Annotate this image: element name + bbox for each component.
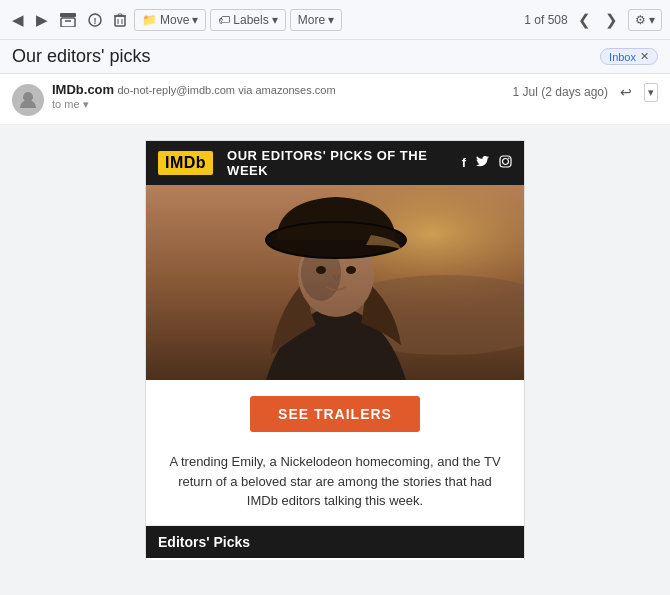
spam-button[interactable]: ! <box>84 9 106 31</box>
sender-section: IMDb.com do-not-reply@imdb.com via amazo… <box>12 82 336 116</box>
svg-rect-24 <box>146 185 524 380</box>
instagram-icon[interactable] <box>499 155 512 171</box>
to-me-arrow[interactable]: ▾ <box>83 98 89 110</box>
email-body: IMDb OUR EDITORS' PICKS OF THE WEEK f <box>0 125 670 560</box>
tag-close-button[interactable]: ✕ <box>640 50 649 63</box>
labels-arrow: ▾ <box>272 13 278 27</box>
more-label: More <box>298 13 325 27</box>
older-button[interactable]: ❮ <box>574 7 595 33</box>
social-icons: f <box>462 155 512 171</box>
toolbar-nav-left: ◀ ▶ ! 📁 Move ▾ 🏷 Labels ▾ More ▾ <box>8 7 342 33</box>
email-more-button[interactable]: ▾ <box>644 83 658 102</box>
archive-button[interactable] <box>56 9 80 31</box>
svg-text:!: ! <box>94 16 97 26</box>
to-me-label[interactable]: to me <box>52 98 80 110</box>
settings-button[interactable]: ⚙ ▾ <box>628 9 662 31</box>
delete-button[interactable] <box>110 9 130 31</box>
svg-point-13 <box>508 158 509 159</box>
reply-button[interactable]: ↩ <box>616 82 636 102</box>
sender-email: do-not-reply@imdb.com <box>117 84 235 96</box>
sender-name: IMDb.com <box>52 82 114 97</box>
via-text: via amazonses.com <box>238 84 335 96</box>
email-newsletter: IMDb OUR EDITORS' PICKS OF THE WEEK f <box>145 140 525 560</box>
reunion-item: Reunion of the Week Kenan Thompson and K… <box>146 558 524 561</box>
more-arrow: ▾ <box>328 13 334 27</box>
imdb-logo: IMDb <box>158 151 213 175</box>
email-actions: 1 Jul (2 days ago) ↩ ▾ <box>513 82 658 102</box>
subject-bar: Our editors' picks Inbox ✕ <box>0 40 670 74</box>
main-toolbar: ◀ ▶ ! 📁 Move ▾ 🏷 Labels ▾ More ▾ 1 of 50… <box>0 0 670 40</box>
hero-image <box>146 185 524 380</box>
settings-icon: ⚙ <box>635 13 646 27</box>
svg-rect-5 <box>115 16 125 26</box>
labels-button[interactable]: 🏷 Labels ▾ <box>210 9 285 31</box>
editors-picks-header: Editors' Picks <box>146 526 524 558</box>
svg-rect-11 <box>500 156 511 167</box>
twitter-icon[interactable] <box>476 155 489 171</box>
inbox-tag-label: Inbox <box>609 51 636 63</box>
sender-avatar <box>12 84 44 116</box>
inbox-tag[interactable]: Inbox ✕ <box>600 48 658 65</box>
imdb-header: IMDb OUR EDITORS' PICKS OF THE WEEK f <box>146 141 524 185</box>
cta-section: SEE TRAILERS <box>146 380 524 444</box>
newsletter-description: A trending Emily, a Nickelodeon homecomi… <box>146 444 524 525</box>
email-date: 1 Jul (2 days ago) <box>513 85 608 99</box>
svg-rect-1 <box>61 18 75 27</box>
forward-button[interactable]: ▶ <box>32 7 52 33</box>
sender-details: IMDb.com do-not-reply@imdb.com via amazo… <box>52 82 336 111</box>
pagination-text: 1 of 508 <box>524 13 567 27</box>
see-trailers-button[interactable]: SEE TRAILERS <box>250 396 420 432</box>
svg-point-12 <box>503 159 509 165</box>
email-subject: Our editors' picks <box>12 46 592 67</box>
email-header: IMDb.com do-not-reply@imdb.com via amazo… <box>0 74 670 125</box>
settings-arrow: ▾ <box>649 13 655 27</box>
facebook-icon[interactable]: f <box>462 155 466 171</box>
svg-rect-7 <box>118 14 122 16</box>
move-button[interactable]: 📁 Move ▾ <box>134 9 206 31</box>
back-button[interactable]: ◀ <box>8 7 28 33</box>
more-button[interactable]: More ▾ <box>290 9 342 31</box>
move-arrow: ▾ <box>192 13 198 27</box>
svg-rect-0 <box>60 13 76 17</box>
newer-button[interactable]: ❯ <box>601 7 622 33</box>
labels-label: Labels <box>233 13 268 27</box>
newsletter-title: OUR EDITORS' PICKS OF THE WEEK <box>227 148 462 178</box>
toolbar-nav-right: 1 of 508 ❮ ❯ ⚙ ▾ <box>524 7 662 33</box>
move-label: Move <box>160 13 189 27</box>
